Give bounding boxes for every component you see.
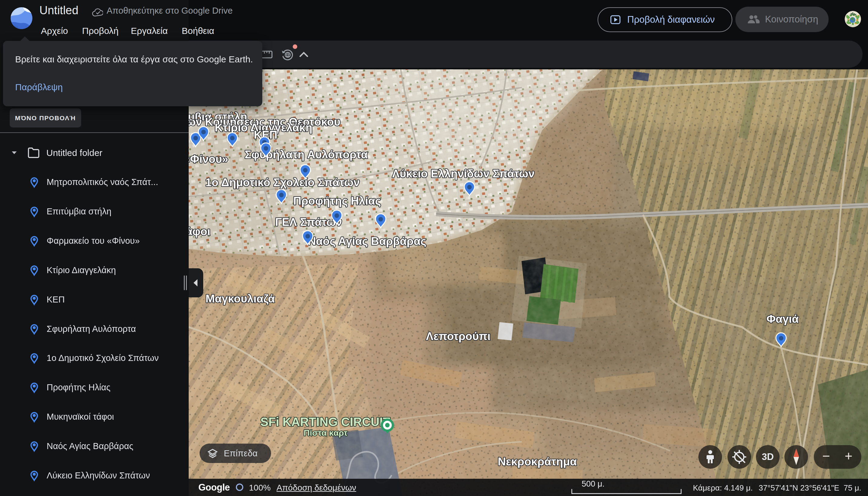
svg-text:Λεποτρούπι: Λεποτρούπι [426, 330, 490, 342]
svg-text:500 μ.: 500 μ. [582, 479, 605, 489]
svg-text:Λύκειο Ελληνίδων Σπάτων: Λύκειο Ελληνίδων Σπάτων [392, 168, 534, 180]
svg-text:SFi KARTING CIRCUIT: SFi KARTING CIRCUIT [261, 415, 390, 429]
svg-text:Προφήτης Ηλίας: Προφήτης Ηλίας [293, 195, 381, 207]
svg-text:τάφοι: τάφοι [189, 225, 211, 238]
svg-text:Μαγκουλιαζά: Μαγκουλιαζά [206, 293, 275, 305]
svg-text:myECOcircle: myECOcircle [849, 25, 857, 27]
svg-text:«Φίνου»: «Φίνου» [189, 153, 228, 165]
svg-text:1ο Δημοτικό Σχολείο Σπάτων: 1ο Δημοτικό Σχολείο Σπάτων [205, 176, 360, 189]
svg-text:Ναός Αγίας Βαρβάρας: Ναός Αγίας Βαρβάρας [308, 235, 426, 247]
svg-text:Νεκροκράτημα: Νεκροκράτημα [498, 455, 577, 468]
svg-text:Φαγιά: Φαγιά [766, 313, 799, 325]
svg-text:Πίστα καρτ: Πίστα καρτ [304, 428, 348, 437]
